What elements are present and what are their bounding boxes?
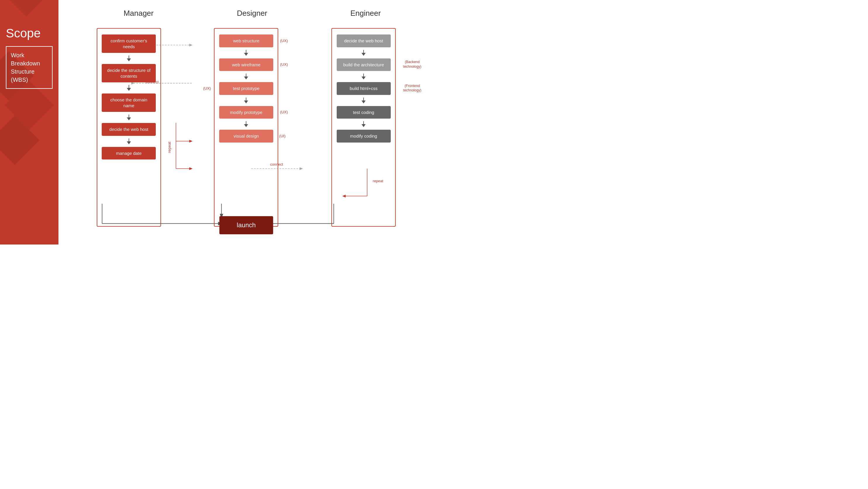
sidebar-subtitle-box: Work Breakdown Structure (WBS) — [6, 46, 53, 89]
arrow-d4 — [244, 121, 248, 127]
web-wireframe-box: web wireframe (UX) — [219, 58, 273, 71]
sidebar-subtitle: Work Breakdown Structure (WBS) — [11, 51, 48, 84]
ui-label: (UI) — [279, 133, 285, 138]
designer-lane: web structure (UX) web wireframe (UX) te… — [214, 28, 278, 227]
ux-label-2: (UX) — [280, 62, 288, 67]
designer-header: Designer — [220, 9, 284, 18]
sidebar-title: Scope — [6, 26, 53, 40]
diamond-decoration — [10, 0, 43, 17]
build-arch-box: build the architecture (Backendtechnolog… — [337, 58, 391, 71]
visual-design-box: visual design (UI) — [219, 130, 273, 142]
build-html-box: build html+css (Frontendtechnology) — [337, 82, 391, 95]
arrow-2 — [127, 85, 131, 91]
confirm-needs-box: confirm customer's needs — [102, 34, 156, 53]
arrow-e3 — [362, 98, 366, 103]
column-headers: Manager Designer Engineer — [70, 9, 422, 18]
arrow-e4 — [362, 121, 366, 127]
manager-lane: confirm customer's needs decide the stru… — [97, 28, 161, 227]
test-prototype-box: test prototype (UX) — [219, 82, 273, 95]
test-coding-box: test coding — [337, 106, 391, 119]
arrow-d1 — [244, 50, 248, 56]
frontend-label: (Frontendtechnology) — [403, 84, 422, 93]
ux-label-4: (UX) — [280, 110, 288, 115]
engineer-lane: decide the web host build the architectu… — [332, 28, 396, 227]
decide-host-eng-box: decide the web host — [337, 34, 391, 47]
sidebar: Scope Work Breakdown Structure (WBS) — [0, 0, 58, 244]
main-content: Manager Designer Engineer — [58, 0, 434, 244]
engineer-header: Engineer — [334, 9, 398, 18]
svg-text:repeat: repeat — [167, 142, 171, 153]
diagram: connect repeat connect repeat confirm cu… — [70, 22, 422, 236]
arrow-e1 — [362, 50, 366, 56]
arrow-3 — [127, 115, 131, 120]
ux-label-1: (UX) — [280, 38, 288, 43]
modify-prototype-box: modify prototype (UX) — [219, 106, 273, 119]
manage-date-box: manage date — [102, 147, 156, 160]
web-structure-box: web structure (UX) — [219, 34, 273, 47]
manager-header: Manager — [106, 9, 171, 18]
ux-label-3: (UX) — [203, 86, 211, 91]
arrow-e2 — [362, 74, 366, 79]
backend-label: (Backendtechnology) — [403, 60, 422, 69]
arrow-d2 — [244, 74, 248, 79]
arrow-d3 — [244, 98, 248, 103]
arrow-4 — [127, 138, 131, 144]
launch-section: launch — [219, 216, 273, 234]
modify-coding-box: modify coding — [337, 130, 391, 142]
launch-box: launch — [219, 216, 273, 234]
arrow-1 — [127, 56, 131, 61]
decide-structure-box: decide the structure of contents — [102, 64, 156, 83]
decide-host-box: decide the web host — [102, 123, 156, 136]
choose-domain-box: choose the domain name — [102, 94, 156, 112]
